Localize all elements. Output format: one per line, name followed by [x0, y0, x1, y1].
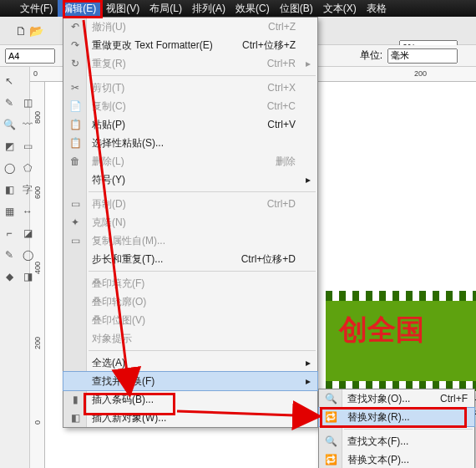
menu-item-label: 重复(R): [92, 58, 126, 69]
menu-item-label: 复制属性自(M)...: [92, 235, 165, 247]
rectangle-tool-icon[interactable]: ▭: [20, 139, 35, 154]
menu-item-label: 对象提示: [92, 333, 132, 344]
menu-item-label: 全选(A): [92, 357, 125, 369]
basic-shapes-icon[interactable]: ◧: [2, 182, 17, 197]
menu-item-shortcut: Ctrl+位移+Z: [242, 36, 296, 54]
ellipse-tool-icon[interactable]: ◯: [2, 160, 17, 176]
menu-effects[interactable]: 效果(C): [230, 0, 275, 17]
edit-menu-dropdown: ↶撤消(U)Ctrl+Z↷重做更改 Text Formatter(E)Ctrl+…: [63, 17, 318, 428]
dimension-tool-icon[interactable]: ↔: [20, 204, 35, 219]
menu-view[interactable]: 视图(V): [101, 0, 144, 17]
edit-menu-item: 对象提示: [63, 329, 317, 348]
text-tool-icon[interactable]: 字: [20, 182, 35, 197]
edit-menu-item[interactable]: ↷重做更改 Text Formatter(E)Ctrl+位移+Z: [63, 36, 317, 54]
edit-menu-item: 叠印轮廓(O): [63, 292, 317, 311]
unit-label: 单位:: [360, 48, 382, 63]
menu-item-label: 重做更改 Text Formatter(E): [92, 39, 213, 51]
menu-item-shortcut: Ctrl+V: [267, 115, 296, 134]
edit-menu-item[interactable]: 步长和重复(T)...Ctrl+位移+D: [63, 250, 317, 268]
polygon-tool-icon[interactable]: ⬠: [20, 160, 35, 176]
freehand-tool-icon[interactable]: 〰: [20, 117, 35, 132]
menu-item-label: 选择性粘贴(S)...: [92, 137, 164, 149]
menu-item-icon: ↷: [68, 38, 82, 52]
menu-item-label: 再制(D): [92, 198, 126, 210]
menu-item-label: 剪切(T): [92, 82, 124, 94]
submenu-arrow-icon: ▸: [306, 372, 311, 390]
submenu-arrow-icon: ▸: [306, 170, 311, 189]
new-doc-icon[interactable]: 🗋: [15, 24, 27, 38]
submenu-item-icon: 🔍: [324, 435, 337, 448]
menu-item-icon: 📄: [68, 99, 82, 113]
paper-size-combo[interactable]: [5, 48, 55, 64]
shape-tool-icon[interactable]: ✎: [2, 95, 17, 110]
edit-menu-item[interactable]: 符号(Y)▸: [63, 170, 317, 189]
menu-item-label: 撤消(U): [92, 21, 126, 33]
edit-menu-item[interactable]: 查找并替换(F)▸: [63, 372, 317, 390]
menu-item-label: 符号(Y): [92, 174, 125, 186]
edit-menu-item[interactable]: 📋粘贴(P)Ctrl+V: [63, 115, 317, 134]
submenu-item-icon: 🔁: [324, 453, 337, 466]
menu-item-shortcut: Ctrl+D: [267, 195, 296, 213]
menu-item-shortcut: Ctrl+R: [267, 54, 296, 73]
eyedropper-tool-icon[interactable]: ✎: [2, 247, 17, 262]
interactive-fill-icon[interactable]: ◨: [20, 269, 35, 284]
menu-item-shortcut: Ctrl+X: [267, 79, 296, 97]
submenu-item-label: 替换文本(P)...: [347, 454, 409, 465]
zoom-tool-icon[interactable]: 🔍: [2, 117, 17, 132]
bg-headline: 创全国: [339, 311, 424, 349]
menu-item-icon: ↶: [68, 20, 82, 33]
menu-item-label: 删除(L): [92, 155, 124, 167]
find-replace-submenu: 🔍查找对象(O)...Ctrl+F🔁替换对象(R)...🔍查找文本(F)...🔁…: [318, 389, 475, 468]
connector-tool-icon[interactable]: ⌐: [2, 226, 17, 241]
edit-menu-item: ✂剪切(T)Ctrl+X: [63, 79, 317, 97]
menu-item-shortcut: Ctrl+Z: [268, 18, 296, 36]
menu-edit[interactable]: 编辑(E): [58, 0, 101, 17]
fill-tool-icon[interactable]: ◆: [2, 269, 17, 284]
menu-item-label: 插入条码(B)...: [92, 394, 154, 405]
menu-arrange[interactable]: 排列(A): [187, 0, 230, 17]
menu-table[interactable]: 表格: [362, 0, 392, 17]
menu-item-icon: ▭: [68, 234, 82, 247]
menu-item-shortcut: Ctrl+位移+D: [241, 250, 296, 268]
open-doc-icon[interactable]: 📂: [29, 24, 43, 38]
vtick: 200: [33, 337, 42, 349]
submenu-item-label: 查找文本(F)...: [347, 435, 408, 447]
menu-item-icon: 📋: [68, 136, 82, 150]
bg-banner: 创全国: [326, 291, 476, 391]
submenu-item-label: 查找对象(O)...: [347, 393, 410, 404]
vtick: 0: [33, 420, 42, 425]
submenu-item-icon: 🔍: [324, 392, 337, 405]
submenu-item[interactable]: 🔍查找文本(F)...: [319, 432, 474, 450]
menu-item-label: 叠印填充(F): [92, 277, 144, 289]
edit-menu-item: ▭复制属性自(M)...: [63, 231, 317, 250]
edit-menu-item[interactable]: 全选(A)▸: [63, 354, 317, 372]
menu-text[interactable]: 文本(X): [318, 0, 362, 17]
edit-menu-item: ✦克隆(N): [63, 213, 317, 231]
edit-menu-item: 🗑删除(L)删除: [63, 152, 317, 170]
edit-menu-item[interactable]: ▮插入条码(B)...: [63, 390, 317, 409]
menu-item-label: 叠印轮廓(O): [92, 296, 146, 308]
edit-menu-item: ▭再制(D)Ctrl+D: [63, 195, 317, 213]
smart-fill-icon[interactable]: ◩: [2, 139, 17, 154]
htick: 0: [33, 69, 38, 78]
edit-menu-item: 叠印填充(F): [63, 274, 317, 292]
menu-layout[interactable]: 布局(L): [144, 0, 187, 17]
edit-menu-item[interactable]: 📋选择性粘贴(S)...: [63, 134, 317, 152]
submenu-item[interactable]: 🔍查找对象(O)...Ctrl+F: [319, 389, 474, 408]
edit-menu-item[interactable]: ◧插入新对象(W)...: [63, 409, 317, 427]
submenu-item[interactable]: 🔁替换对象(R)...: [319, 408, 474, 426]
menu-item-label: 克隆(N): [92, 216, 126, 228]
unit-combo[interactable]: [387, 48, 458, 64]
edit-menu-item: 叠印位图(V): [63, 311, 317, 329]
menu-bitmap[interactable]: 位图(B): [275, 0, 318, 17]
table-tool-icon[interactable]: ▦: [2, 204, 17, 219]
outline-tool-icon[interactable]: ◯: [20, 247, 35, 262]
menu-item-icon: ↻: [68, 57, 82, 70]
crop-tool-icon[interactable]: ◫: [20, 95, 35, 110]
menu-item-label: 插入新对象(W)...: [92, 412, 166, 424]
submenu-item[interactable]: 🔁替换文本(P)...: [319, 450, 474, 468]
menu-file[interactable]: 文件(F): [15, 0, 58, 17]
menu-item-icon: 📋: [68, 118, 82, 131]
pick-tool-icon[interactable]: ↖: [2, 74, 17, 89]
interactive-tool-icon[interactable]: ◪: [20, 226, 35, 241]
